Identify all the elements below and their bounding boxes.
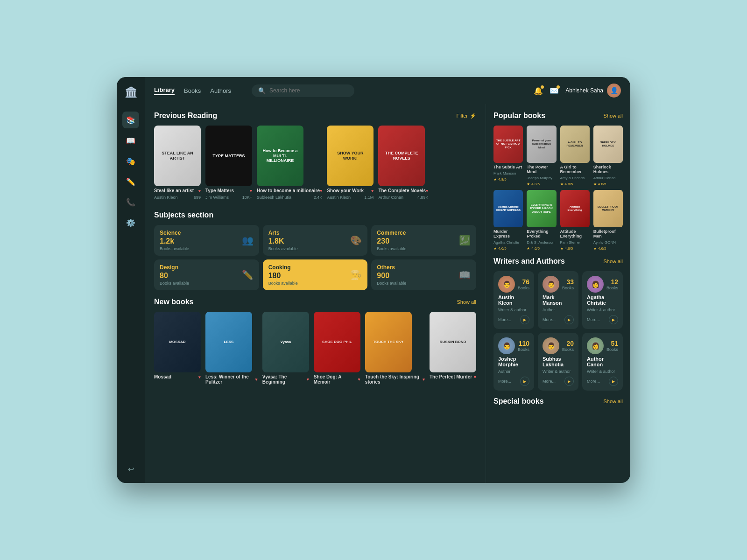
sidebar-icon-settings[interactable]: ⚙️ <box>122 214 139 231</box>
popular-books-show-all[interactable]: Show all <box>603 113 623 119</box>
subject-card[interactable]: Cooking 180 Books available 👨‍🍳 <box>263 259 368 290</box>
popular-book-item[interactable]: SHERLOCK HOLMES Sherlock Holmes Arthur C… <box>593 126 623 186</box>
book-meta: How to become a millionaire ♥ <box>257 188 322 193</box>
writer-actions: More... ▶ <box>543 377 574 386</box>
writers-header: Writers and Authors Show all <box>493 257 623 266</box>
nav-library[interactable]: Library <box>154 86 175 95</box>
writer-books-info: 51 Books <box>606 340 618 352</box>
subject-left: Science 1.2k Books available <box>160 230 189 251</box>
writer-more-link[interactable]: More... <box>543 379 556 384</box>
writer-more-link[interactable]: More... <box>543 317 556 322</box>
writers-show-all[interactable]: Show all <box>603 259 623 264</box>
book-cover: STEAL LIKE AN ARTIST <box>154 126 201 186</box>
special-books-show-all[interactable]: Show all <box>603 399 623 404</box>
pop-book-author: D.& S. Anderson <box>527 240 556 245</box>
previous-reading-book-card[interactable]: THE COMPLETE NOVELS The Complete Novels … <box>378 126 428 200</box>
heart-icon: ♥ <box>371 189 374 193</box>
pop-book-cover: A GIRL TO REMEMBER <box>560 126 590 163</box>
avatar-emoji: 👩 <box>592 280 599 288</box>
star-icon: ★ <box>593 182 597 186</box>
sidebar-icon-edit[interactable]: ✏️ <box>122 173 139 190</box>
pop-book-author: Amy & Friends <box>560 176 590 180</box>
book-likes: 1.1M <box>364 195 374 200</box>
previous-reading-book-card[interactable]: SHOW YOUR WORK! Show your Work ♥ Austin … <box>327 126 374 200</box>
subject-card[interactable]: Others 900 Books available 📖 <box>371 259 476 290</box>
writer-play-button[interactable]: ▶ <box>609 315 618 324</box>
subject-name: Science <box>160 230 189 236</box>
new-book-card[interactable]: LESS Less: Winner of the Pulitzer ♥ <box>205 312 258 385</box>
writer-books-label: Books <box>518 286 529 290</box>
writer-books-label: Books <box>606 347 618 352</box>
writer-play-button[interactable]: ▶ <box>609 377 618 386</box>
popular-book-item[interactable]: THE SUBTLE ART OF NOT GIVING A F*CK The … <box>493 126 523 186</box>
heart-icon: ♥ <box>250 189 252 193</box>
popular-book-item[interactable]: A GIRL TO REMEMBER A Girl to Remember Am… <box>560 126 590 186</box>
heart-icon: ♥ <box>423 377 425 382</box>
writer-play-button[interactable]: ▶ <box>520 377 529 386</box>
writer-role: Author <box>498 369 529 374</box>
writer-more-link[interactable]: More... <box>587 379 600 384</box>
notification-bell[interactable]: 🔔 <box>534 86 543 95</box>
popular-book-item[interactable]: Agatha Christie ORIENT EXPRESS Murder Ex… <box>493 190 523 251</box>
subject-icon: 📖 <box>459 269 471 280</box>
writer-top: 👩 12 Books <box>587 276 618 293</box>
pop-book-cover: Power of your subconscious Mind <box>527 126 556 163</box>
writer-more-link[interactable]: More... <box>498 317 511 322</box>
previous-reading-book-card[interactable]: TYPE MATTERS Type Matters ♥ Jim Williams… <box>205 126 252 200</box>
subject-card[interactable]: Science 1.2k Books available 👥 <box>154 225 259 256</box>
writer-more-link[interactable]: More... <box>498 379 511 384</box>
sidebar-icon-shelf[interactable]: 🎭 <box>122 153 139 169</box>
popular-book-item[interactable]: Power of your subconscious Mind The Powe… <box>527 126 556 186</box>
avatar-emoji: 👩 <box>592 342 599 350</box>
subject-card[interactable]: Arts 1.8K Books available 🎨 <box>263 225 368 256</box>
search-bar[interactable]: 🔍 <box>252 84 354 97</box>
writer-play-button[interactable]: ▶ <box>564 377 574 386</box>
nav-books[interactable]: Books <box>184 87 201 94</box>
writer-name: Austin Kleon <box>498 294 529 306</box>
book-meta: Touch the Sky: Inspiring stories ♥ <box>365 374 425 385</box>
new-book-card[interactable]: RUSKIN BOND The Perfect Murder ♥ <box>430 312 476 385</box>
new-book-card[interactable]: SHOE DOG PHIL Shoe Dog: A Memoir ♥ <box>314 312 360 385</box>
popular-book-item[interactable]: Attitude Everything Attitude Everything … <box>560 190 590 251</box>
writer-card: 👩 51 Books Author Canon Writer & author … <box>582 333 623 391</box>
subject-card[interactable]: Commerce 230 Books available 💹 <box>371 225 476 256</box>
writer-card: 👨 110 Books Joshep Morphie Author More..… <box>493 333 534 391</box>
search-input[interactable] <box>269 87 348 94</box>
book-cover: How to Become a MULTI-MILLIONAIRE <box>257 126 303 186</box>
subject-left: Cooking 180 Books available <box>268 264 298 286</box>
content-area: Previous Reading Filter ⚡ STEAL LIKE AN … <box>145 104 630 483</box>
sidebar-icon-phone[interactable]: 📞 <box>122 194 139 210</box>
new-books-show-all[interactable]: Show all <box>457 299 476 305</box>
avatar-emoji: 👨 <box>503 280 511 288</box>
sidebar-icon-library[interactable]: 📚 <box>122 112 139 128</box>
writer-play-button[interactable]: ▶ <box>564 315 574 324</box>
pop-book-rating: ★ 4.8/5 <box>493 177 523 182</box>
previous-reading-book-card[interactable]: How to Become a MULTI-MILLIONAIRE How to… <box>257 126 322 200</box>
new-book-card[interactable]: TOUCH THE SKY Touch the Sky: Inspiring s… <box>365 312 425 385</box>
main-content: Library Books Authors 🔍 🔔 ✉️ Abhishek Sa <box>145 77 630 483</box>
writer-more-link[interactable]: More... <box>587 317 600 322</box>
message-dot <box>557 85 560 89</box>
subject-icon: 👥 <box>242 235 254 246</box>
heart-icon: ♥ <box>320 189 322 193</box>
topnav: Library Books Authors 🔍 🔔 ✉️ Abhishek Sa <box>145 77 630 104</box>
subject-icon: 👨‍🍳 <box>350 269 362 280</box>
popular-book-item[interactable]: EVERYTHING IS F*CKED A BOOK ABOUT HOPE E… <box>527 190 556 251</box>
new-book-card[interactable]: Vyasa Vyasa: The Beginning ♥ <box>262 312 309 385</box>
new-book-card[interactable]: MOSSAD Mossad ♥ <box>154 312 201 385</box>
subjects-title: Subjects section <box>154 211 213 219</box>
pop-book-rating: ★ 4.6/5 <box>493 246 523 251</box>
sidebar-icon-books[interactable]: 📖 <box>122 132 139 149</box>
filter-button[interactable]: Filter ⚡ <box>457 113 476 119</box>
popular-book-item[interactable]: BULLETPROOF MEMORY Bulletproof Men Aynhv… <box>593 190 623 251</box>
left-panel: Previous Reading Filter ⚡ STEAL LIKE AN … <box>145 104 486 483</box>
heart-icon: ♥ <box>198 375 201 379</box>
writer-play-button[interactable]: ▶ <box>520 315 529 324</box>
previous-reading-book-card[interactable]: STEAL LIKE AN ARTIST Steal like an artis… <box>154 126 201 200</box>
subject-icon: ✏️ <box>242 269 254 280</box>
subject-card[interactable]: Design 80 Books available ✏️ <box>154 259 259 290</box>
nav-authors[interactable]: Authors <box>210 87 231 94</box>
notification-message[interactable]: ✉️ <box>550 86 559 95</box>
nav-links: Library Books Authors <box>154 86 231 95</box>
logout-button[interactable]: ↩ <box>128 465 134 474</box>
